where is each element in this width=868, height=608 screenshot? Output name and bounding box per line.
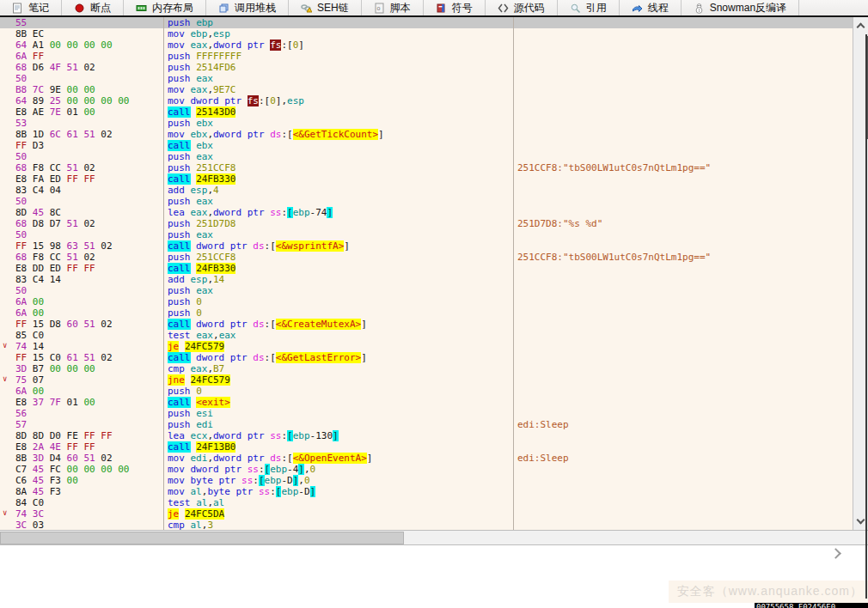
instruction-text: push 251CCF8 — [164, 162, 514, 173]
disasm-row[interactable]: C7 45 FC 00 00 00 00mov dword ptr ss:[eb… — [0, 464, 853, 475]
note-icon — [12, 3, 23, 14]
instruction-comment — [514, 397, 853, 408]
instruction-comment — [514, 196, 853, 207]
disasm-row[interactable]: 64 A1 00 00 00 00mov eax,dword ptr fs:[0… — [0, 40, 853, 51]
disasm-row[interactable]: 50push eax — [0, 73, 853, 84]
instruction-text: je 24FC5DA — [164, 508, 514, 520]
disasm-row[interactable]: 57push ediedi:Sleep — [0, 419, 853, 430]
instruction-text: push 251CCF8 — [164, 252, 514, 263]
disasm-row[interactable]: 8B 3D D4 60 51 02mov edi,dword ptr ds:[<… — [0, 453, 853, 464]
disasm-row[interactable]: 6A 00push 0 — [0, 296, 853, 307]
disasm-row[interactable]: 8A 45 F3mov al,byte ptr ss:[ebp-D] — [0, 486, 853, 497]
disasm-row[interactable]: FF 15 C0 61 51 02call dword ptr ds:[<&Ge… — [0, 352, 853, 363]
jump-gutter — [0, 408, 15, 419]
disasm-row[interactable]: 50push eax — [0, 229, 853, 240]
instruction-bytes: 8A 45 F3 — [15, 486, 164, 497]
disasm-row[interactable]: 8D 45 8Clea eax,dword ptr ss:[ebp-74] — [0, 207, 853, 218]
disasm-row[interactable]: 3D B7 00 00 00cmp eax,B7 — [0, 363, 853, 374]
scroll-up-icon[interactable] — [857, 23, 865, 32]
disasm-row[interactable]: 68 F8 CC 51 02push 251CCF8251CCF8:"tbS00… — [0, 252, 853, 263]
instruction-comment — [514, 330, 853, 341]
tab-note[interactable]: 笔记 — [0, 0, 62, 15]
jump-down-arrow-icon: ∨ — [3, 340, 7, 351]
scroll-down-icon[interactable] — [857, 516, 865, 525]
instruction-text: push FFFFFFFF — [164, 51, 514, 62]
instruction-text: push ebp — [164, 17, 514, 28]
tab-breakpoint[interactable]: 断点 — [62, 0, 124, 15]
disasm-row[interactable]: 50push eax — [0, 285, 853, 296]
tab-memory-map[interactable]: 内存布局 — [124, 0, 206, 15]
expand-chevron-icon[interactable] — [830, 548, 841, 559]
jump-gutter — [0, 73, 15, 84]
tab-script[interactable]: o脚本 — [362, 0, 424, 15]
disasm-row[interactable]: ∨74 3Cje 24FC5DA — [0, 508, 853, 520]
disasm-row[interactable]: 53push ebx — [0, 118, 853, 129]
instruction-comment — [514, 464, 853, 475]
disasm-row[interactable]: 84 C0test al,al — [0, 497, 853, 508]
disasm-row[interactable]: 3C 03cmp al,3 — [0, 520, 853, 530]
instruction-bytes: 68 D8 D7 51 02 — [15, 218, 164, 229]
disasm-row[interactable]: 64 89 25 00 00 00 00mov dword ptr fs:[0]… — [0, 95, 853, 106]
disasm-row[interactable]: 8B ECmov ebp,esp — [0, 28, 853, 40]
instruction-text: mov dword ptr ss:[ebp-4],0 — [164, 464, 514, 475]
tab-references[interactable]: 引用 — [558, 0, 620, 15]
disasm-row[interactable]: 55push ebp — [0, 17, 853, 28]
disasm-row[interactable]: 50push eax — [0, 196, 853, 207]
disasm-row[interactable]: ∨75 07jne 24FC579 — [0, 374, 853, 386]
instruction-bytes: 6A 00 — [15, 386, 164, 397]
disasm-row[interactable]: 83 C4 04add esp,4 — [0, 185, 853, 196]
disasm-row[interactable]: E8 FA ED FF FFcall 24FB330 — [0, 173, 853, 185]
jump-gutter — [0, 28, 15, 40]
svg-text:o: o — [376, 5, 380, 11]
instruction-bytes: 6A 00 — [15, 307, 164, 319]
tab-symbols[interactable]: 符号 — [424, 0, 486, 15]
disasm-row[interactable]: FF 15 D8 60 51 02call dword ptr ds:[<&Cr… — [0, 319, 853, 330]
instruction-bytes: 74 3C — [15, 508, 164, 520]
instruction-text: push eax — [164, 73, 514, 84]
disasm-row[interactable]: 6A 00push 0 — [0, 386, 853, 397]
instruction-bytes: 8D 45 8C — [15, 207, 164, 218]
jump-gutter — [0, 464, 15, 475]
disasm-row[interactable]: FF 15 98 63 51 02call dword ptr ds:[<&ws… — [0, 240, 853, 252]
tab-source-code[interactable]: 源代码 — [486, 0, 558, 15]
disasm-row[interactable]: 8B 1D 6C 61 51 02mov ebx,dword ptr ds:[<… — [0, 129, 853, 140]
disasm-row[interactable]: E8 37 7F 01 00call <exit> — [0, 397, 853, 408]
tab-call-stack[interactable]: 调用堆栈 — [206, 0, 289, 15]
disasm-row[interactable]: E8 AE 7E 01 00call 25143D0 — [0, 106, 853, 118]
disasm-row[interactable]: C6 45 F3 00mov byte ptr ss:[ebp-D],0 — [0, 475, 853, 486]
disasm-row[interactable]: 50push eax — [0, 151, 853, 162]
instruction-comment: 251CCF8:"tbS00LW1utC0s7nQtLm1pg==" — [514, 162, 853, 173]
disasm-row[interactable]: FF D3call ebx — [0, 140, 853, 151]
instruction-bytes: FF 15 C0 61 51 02 — [15, 352, 164, 363]
instruction-comment: edi:Sleep — [514, 419, 853, 430]
status-address-text: 00755658 F02456E0 — [756, 603, 835, 608]
tab-bar: 笔记断点内存布局调用堆栈SEH链o脚本符号源代码引用线程Snowman反编译 — [0, 0, 868, 17]
instruction-text: call 24FB330 — [164, 173, 514, 185]
instruction-bytes: 55 — [15, 17, 164, 28]
instruction-bytes: 84 C0 — [15, 497, 164, 508]
instruction-bytes: 8B 1D 6C 61 51 02 — [15, 129, 164, 140]
disasm-row[interactable]: 56push esi — [0, 408, 853, 419]
tab-snowman[interactable]: Snowman反编译 — [682, 0, 799, 15]
jump-gutter — [0, 218, 15, 229]
disasm-row[interactable]: E8 2A 4E FF FFcall 24F13B0 — [0, 441, 853, 453]
disasm-row[interactable]: 68 D6 4F 51 02push 2514FD6 — [0, 62, 853, 73]
disasm-row[interactable]: B8 7C 9E 00 00mov eax,9E7C — [0, 84, 853, 95]
disasm-row[interactable]: 8D 8D D0 FE FF FFlea ecx,dword ptr ss:[e… — [0, 430, 853, 441]
disasm-row[interactable]: 83 C4 14add esp,14 — [0, 274, 853, 285]
disasm-row[interactable]: 6A FFpush FFFFFFFF — [0, 51, 853, 62]
tab-threads[interactable]: 线程 — [620, 0, 682, 15]
horizontal-scrollbar[interactable] — [0, 530, 868, 545]
horizontal-scrollbar-thumb[interactable] — [0, 532, 404, 544]
disasm-row[interactable]: 6A 00push 0 — [0, 307, 853, 319]
disassembly-view[interactable]: 55push ebp8B ECmov ebp,esp64 A1 00 00 00… — [0, 17, 853, 530]
tab-seh-chain[interactable]: SEH链 — [289, 0, 362, 15]
disasm-row[interactable]: ∨74 14je 24FC579 — [0, 341, 853, 352]
instruction-comment — [514, 185, 853, 196]
debugger-window: 笔记断点内存布局调用堆栈SEH链o脚本符号源代码引用线程Snowman反编译 5… — [0, 0, 868, 608]
instruction-text: mov ebp,esp — [164, 28, 514, 40]
disasm-row[interactable]: 68 F8 CC 51 02push 251CCF8251CCF8:"tbS00… — [0, 162, 853, 173]
disasm-row[interactable]: E8 DD ED FF FFcall 24FB330 — [0, 263, 853, 274]
disasm-row[interactable]: 85 C0test eax,eax — [0, 330, 853, 341]
disasm-row[interactable]: 68 D8 D7 51 02push 251D7D8251D7D8:"%s %d… — [0, 218, 853, 229]
